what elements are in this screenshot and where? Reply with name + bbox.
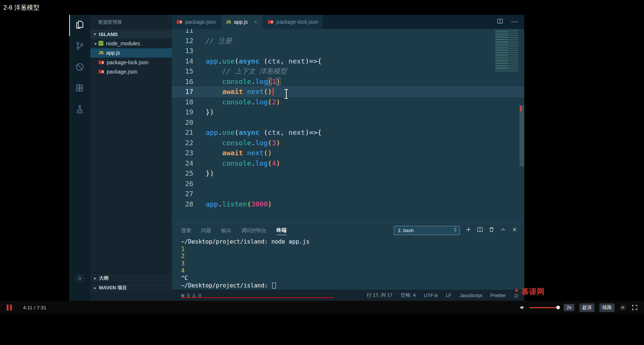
tab-bar: package.jsonapp.jspackage-lock.json <box>172 15 524 29</box>
speed-button[interactable]: 2x <box>564 304 574 311</box>
line-number: 13 <box>172 46 193 56</box>
more-actions-icon[interactable] <box>511 19 518 25</box>
panel-actions: 1: bash <box>394 223 524 237</box>
status-item[interactable]: 行 17, 列 17 <box>367 292 392 299</box>
terminal-shell-select[interactable]: 1: bash <box>394 226 460 235</box>
code-line: 14app.use(async (ctx, next)=>{ <box>172 56 524 66</box>
code-text <box>193 29 206 36</box>
file-app.js[interactable]: app.js <box>90 48 172 58</box>
code-line: 20 <box>172 117 524 128</box>
page-title-bar: 2-6 洋葱模型 <box>0 0 644 15</box>
mouse-text-cursor <box>284 89 288 99</box>
file-label: app.js <box>106 50 120 56</box>
volume-slider[interactable] <box>529 307 558 308</box>
editor-scrollbar[interactable] <box>519 105 524 166</box>
route-button[interactable]: 线路 <box>599 303 615 312</box>
status-item[interactable]: JavaScript <box>460 293 482 298</box>
player-settings-icon[interactable] <box>619 304 626 311</box>
pause-button[interactable] <box>7 305 12 310</box>
shell-select-value: 1: bash <box>398 228 414 233</box>
line-number: 17 <box>172 87 193 97</box>
file-node_modules[interactable]: node_modules <box>90 39 172 48</box>
code-line: 21app.use(async (ctx, next)=>{ <box>172 127 524 138</box>
status-item[interactable]: UTF-8 <box>424 293 438 298</box>
code-text: }) <box>193 168 214 179</box>
code-line: 17 await next() <box>172 87 524 97</box>
project-root-row[interactable]: ISLAND <box>90 30 172 39</box>
select-arrows-icon <box>453 227 458 233</box>
npm-folder-icon <box>99 41 103 46</box>
tab-package-lock.json[interactable]: package-lock.json <box>263 15 323 29</box>
terminal-line: 1 <box>181 246 524 253</box>
tab-bar-actions <box>497 15 524 29</box>
kill-terminal-icon[interactable] <box>489 227 495 234</box>
quality-button[interactable]: 超清 <box>579 303 595 312</box>
panel-tab-终端[interactable]: 终端 <box>277 225 287 235</box>
code-line: 27 <box>172 189 524 199</box>
tab-app.js[interactable]: app.js <box>221 15 263 29</box>
source-control-icon <box>75 41 85 52</box>
code-line: 12// 注册 <box>172 36 524 46</box>
tab-label: app.js <box>234 19 248 25</box>
file-package-lock.json[interactable]: package-lock.json <box>90 58 172 67</box>
fullscreen-icon[interactable] <box>631 304 638 311</box>
section-MAVEN 项目[interactable]: MAVEN 项目 <box>90 283 172 292</box>
code-text <box>193 179 206 189</box>
file-tree: node_modulesapp.jspackage-lock.jsonpacka… <box>90 39 172 77</box>
activity-source-control-button[interactable] <box>69 36 90 57</box>
new-terminal-icon[interactable] <box>466 227 471 234</box>
playback-time: 4:11 / 7:31 <box>23 305 46 310</box>
code-text: app.listen(3000) <box>193 199 272 209</box>
line-number: 23 <box>172 148 193 158</box>
close-icon[interactable] <box>254 20 258 24</box>
tab-package.json[interactable]: package.json <box>172 15 221 29</box>
volume-icon[interactable] <box>519 304 526 311</box>
volume-knob[interactable] <box>556 306 560 309</box>
npm-icon <box>99 70 104 74</box>
panel-tab-搜索[interactable]: 搜索 <box>181 226 191 235</box>
code-editor[interactable]: 1112// 注册1314app.use(async (ctx, next)=>… <box>172 29 524 223</box>
file-label: package-lock.json <box>107 59 148 65</box>
chevron-right-icon <box>93 285 98 290</box>
section-大纲[interactable]: 大纲 <box>90 273 172 283</box>
code-text: console.log(4) <box>193 158 280 169</box>
activity-bottom-icons <box>69 268 90 301</box>
line-number: 19 <box>172 107 193 117</box>
npm-icon <box>177 20 182 24</box>
code-text: console.log(1) <box>193 77 280 87</box>
panel-header: 搜索问题输出调试控制台终端 1: bash <box>172 223 524 237</box>
status-item[interactable]: LF <box>446 293 451 298</box>
status-right: 行 17, 列 17空格: 4UTF-8LFJavaScriptPrettier <box>367 292 506 299</box>
code-text: app.use(async (ctx, next)=>{ <box>193 127 322 138</box>
vscode-window: 资源管理器 ISLAND node_modulesapp.jspackage-l… <box>69 15 524 301</box>
imooc-flame-icon <box>512 287 521 297</box>
project-root-label: ISLAND <box>99 32 118 37</box>
terminal-output[interactable]: ~/Desktop/project/island: node app.js123… <box>172 237 524 290</box>
code-text: console.log(3) <box>193 138 280 148</box>
maximize-panel-icon[interactable] <box>500 227 506 234</box>
panel-tab-输出[interactable]: 输出 <box>221 226 231 235</box>
code-line: 11 <box>172 29 524 36</box>
code-line: 15 // 上下文 洋葱模型 <box>172 66 524 77</box>
line-number: 11 <box>172 29 193 36</box>
code-text <box>193 117 206 128</box>
code-line: 16 console.log(1) <box>172 77 524 87</box>
activity-settings-button[interactable] <box>69 268 90 290</box>
activity-explorer-button[interactable] <box>69 15 90 36</box>
file-package.json[interactable]: package.json <box>90 67 172 77</box>
activity-extensions-button[interactable] <box>69 78 90 100</box>
close-panel-icon[interactable] <box>512 227 518 234</box>
activity-disable-button[interactable] <box>69 57 90 78</box>
panel-tab-问题[interactable]: 问题 <box>201 226 211 235</box>
code-text: }) <box>193 107 214 117</box>
code-text: await next() <box>193 148 272 158</box>
minimap[interactable] <box>495 30 518 71</box>
status-item[interactable]: 空格: 4 <box>401 292 416 299</box>
split-editor-icon[interactable] <box>497 18 503 26</box>
panel-tab-调试控制台[interactable]: 调试控制台 <box>241 226 267 235</box>
code-line: 18 console.log(2) <box>172 97 524 107</box>
split-terminal-icon[interactable] <box>477 227 483 234</box>
tab-strip: package.jsonapp.jspackage-lock.json <box>172 15 323 29</box>
activity-test-button[interactable] <box>69 100 90 121</box>
status-item[interactable]: Prettier <box>490 293 506 298</box>
